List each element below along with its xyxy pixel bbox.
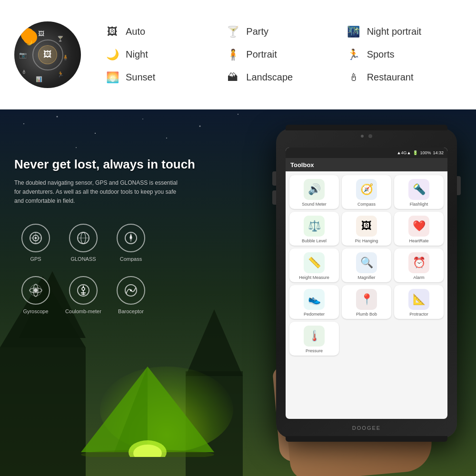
glonass-icon [69, 224, 98, 252]
tool-alarm[interactable]: ⏰ Alarm [394, 248, 444, 282]
protractor-icon: 📐 [408, 289, 429, 310]
sensor-glonass: GLONASS [62, 224, 105, 271]
mode-portrait[interactable]: 🧍 Portrait [220, 45, 341, 64]
mode-party[interactable]: 🍸 Party [220, 22, 341, 41]
alarm-icon: ⏰ [408, 252, 429, 273]
svg-point-38 [130, 237, 132, 239]
pressure-label: Pressure [306, 348, 323, 353]
front-camera-area [361, 134, 372, 138]
tent-shape [76, 362, 219, 457]
auto-label: Auto [126, 26, 145, 37]
svg-text:🏃: 🏃 [57, 70, 64, 78]
svg-text:🕯: 🕯 [21, 69, 27, 75]
tool-compass[interactable]: 🧭 Compass [342, 175, 391, 209]
svg-text:🍸: 🍸 [57, 35, 64, 42]
pressure-icon: 🌡️ [304, 326, 325, 347]
compass-tool-icon: 🧭 [356, 179, 377, 200]
sensor-gps: GPS [14, 224, 57, 271]
phone-screen: ▲4G▲ 🔋 100% 14:32 Toolbox 🔊 Sound Meter [286, 148, 447, 419]
tool-pressure[interactable]: 🌡️ Pressure [289, 322, 339, 356]
speaker [361, 135, 364, 138]
portrait-icon: 🧍 [225, 47, 240, 62]
mode-landscape[interactable]: 🏔 Landscape [220, 68, 341, 87]
mode-night-portrait[interactable]: 🌃 Night portrait [341, 22, 462, 41]
phone-brand: DOOGEE [352, 425, 381, 431]
compass-tool-label: Compass [357, 202, 376, 207]
sound-meter-icon: 🔊 [304, 179, 325, 200]
sports-icon: 🏃 [346, 47, 361, 62]
restaurant-icon: 🕯 [346, 70, 361, 85]
landscape-icon: 🏔 [225, 70, 240, 85]
glonass-label: GLONASS [70, 256, 96, 262]
camera-modes-grid: 🖼 Auto 🍸 Party 🌃 Night portrait 🌙 Night … [100, 22, 462, 87]
status-bar: ▲4G▲ 🔋 100% 14:32 [286, 148, 447, 158]
night-label: Night [126, 49, 148, 60]
coulomb-icon [69, 276, 98, 305]
height-measure-icon: 📏 [304, 252, 325, 273]
auto-icon: 🖼 [105, 24, 120, 40]
sports-label: Sports [367, 49, 395, 60]
bottom-headline: Never get lost, always in touch [14, 157, 195, 172]
power-button [457, 176, 461, 195]
battery-percent: 100% [420, 150, 431, 155]
compass-label: Compass [120, 256, 142, 262]
pic-hanging-label: Pic Hanging [355, 238, 378, 243]
tool-sound-meter[interactable]: 🔊 Sound Meter [289, 175, 339, 209]
svg-text:🖼: 🖼 [38, 30, 44, 37]
sound-meter-label: Sound Meter [302, 202, 327, 207]
tool-bubble-level[interactable]: ⚖️ Bubble Level [289, 212, 339, 246]
signal-icon: ▲4G▲ [397, 150, 411, 155]
party-label: Party [246, 26, 268, 37]
sunset-icon: 🌅 [105, 70, 120, 85]
bottom-subtext: The doubled navigating sensor, GPS and G… [14, 178, 186, 206]
front-camera [368, 134, 372, 138]
alarm-label: Alarm [413, 275, 425, 280]
svg-point-31 [35, 237, 37, 239]
tool-height-measure[interactable]: 📏 Height Measure [289, 248, 339, 282]
sensor-baroceptor: Baroceptor [109, 276, 152, 324]
tool-pedometer[interactable]: 👟 Pedometer [289, 285, 339, 319]
camera-modes-circle: 🖼 🍸 🧍 🏃 📊 🕯 📷 🌙 🖼 [14, 21, 81, 88]
flashlight-icon: 🔦 [408, 179, 429, 200]
tool-pic-hanging[interactable]: 🖼 Pic Hanging [342, 212, 391, 246]
party-icon: 🍸 [225, 24, 240, 40]
sensor-coulomb: Coulomb-meter [62, 276, 105, 324]
tool-plumb-bob[interactable]: 📍 Plumb Bob [342, 285, 391, 319]
svg-text:📷: 📷 [19, 51, 27, 59]
tool-protractor[interactable]: 📐 Protractor [394, 285, 444, 319]
mode-sports[interactable]: 🏃 Sports [341, 45, 462, 64]
mode-night[interactable]: 🌙 Night [100, 45, 220, 64]
protractor-label: Protractor [409, 312, 428, 317]
mode-auto[interactable]: 🖼 Auto [100, 22, 220, 41]
sensor-compass: Compass [109, 224, 152, 271]
bubble-level-icon: ⚖️ [304, 216, 325, 237]
magnifier-icon: 🔍 [356, 252, 377, 273]
tool-magnifier[interactable]: 🔍 Magnifier [342, 248, 391, 282]
mode-restaurant[interactable]: 🕯 Restaurant [341, 68, 462, 87]
heartrate-label: HeartRate [409, 238, 428, 243]
phone-toolbar: Toolbox [286, 158, 447, 171]
plumb-bob-label: Plumb Bob [356, 312, 377, 317]
landscape-label: Landscape [246, 72, 293, 83]
baroceptor-icon [117, 276, 145, 305]
pic-hanging-icon: 🖼 [356, 216, 377, 237]
compass-icon [117, 224, 145, 252]
baroceptor-label: Baroceptor [118, 308, 144, 314]
svg-point-50 [130, 289, 132, 291]
battery-icon: 🔋 [413, 150, 418, 155]
tool-flashlight[interactable]: 🔦 Flashlight [394, 175, 444, 209]
coulomb-label: Coulomb-meter [65, 308, 101, 314]
pedometer-icon: 👟 [304, 289, 325, 310]
height-measure-label: Height Measure [299, 275, 329, 280]
night-portrait-icon: 🌃 [346, 24, 361, 40]
night-icon: 🌙 [105, 47, 120, 62]
gyroscope-label: Gyroscope [23, 308, 48, 314]
gps-label: GPS [30, 256, 41, 262]
mode-sunset[interactable]: 🌅 Sunset [100, 68, 220, 87]
magnifier-label: Magnifier [357, 275, 375, 280]
portrait-label: Portrait [246, 49, 277, 60]
restaurant-label: Restaurant [367, 72, 414, 83]
bubble-level-label: Bubble Level [302, 238, 327, 243]
toolbar-title: Toolbox [290, 161, 314, 169]
tool-heartrate[interactable]: ❤️ HeartRate [394, 212, 444, 246]
